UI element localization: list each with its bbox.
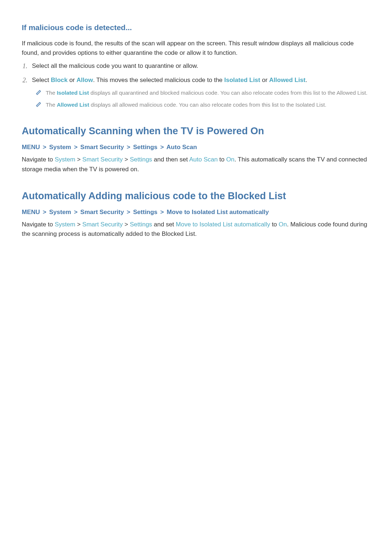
value-term: On: [226, 156, 234, 163]
setting-term: Move to Isolated List automatically: [176, 221, 270, 228]
text-fragment: or: [68, 77, 77, 83]
section3-paragraph: Navigate to System > Smart Security > Se…: [22, 220, 370, 239]
allow-term: Allow: [77, 77, 93, 83]
step-number: 1.: [23, 61, 28, 71]
text-fragment: and then set: [152, 156, 189, 163]
breadcrumb-separator: >: [74, 144, 78, 151]
breadcrumb-separator: >: [43, 209, 46, 216]
step-1: 1. Select all the malicious code you wan…: [32, 61, 370, 71]
breadcrumb-item: Smart Security: [80, 144, 124, 151]
menu-path-term: System: [55, 221, 75, 228]
step-text: Select all the malicious code you want t…: [32, 62, 198, 69]
note-item: The Isolated List displays all quarantin…: [46, 89, 370, 97]
text-fragment: to: [218, 156, 226, 163]
value-term: On: [279, 221, 287, 228]
text-fragment: or: [260, 77, 269, 83]
breadcrumb-item: System: [49, 209, 71, 216]
allowed-list-term: Allowed List: [57, 102, 89, 108]
text-fragment: Navigate to: [22, 156, 55, 163]
notes-list: The Isolated List displays all quarantin…: [32, 89, 370, 109]
note-text: The Isolated List displays all quarantin…: [46, 90, 367, 96]
block-term: Block: [51, 77, 68, 83]
breadcrumb-item: Smart Security: [80, 209, 124, 216]
breadcrumb-item: Settings: [133, 209, 158, 216]
section1-intro: If malicious code is found, the results …: [22, 39, 370, 58]
setting-term: Auto Scan: [189, 156, 217, 163]
text-fragment: >: [75, 221, 82, 228]
text-fragment: and set: [152, 221, 176, 228]
menu-path-term: Settings: [130, 221, 152, 228]
step-2: 2. Select Block or Allow. This moves the…: [32, 75, 370, 109]
text-fragment: Select: [32, 77, 51, 83]
step-text: Select Block or Allow. This moves the se…: [32, 77, 307, 83]
breadcrumb-separator: >: [127, 209, 130, 216]
breadcrumb-item: System: [49, 144, 71, 151]
breadcrumb-item: MENU: [22, 209, 40, 216]
text-fragment: displays all quarantined and blocked mal…: [89, 90, 367, 96]
text-fragment: >: [123, 221, 130, 228]
isolated-list-term: Isolated List: [57, 90, 89, 96]
text-fragment: The: [46, 90, 57, 96]
note-icon: [36, 101, 41, 107]
text-fragment: displays all allowed malicious code. You…: [89, 102, 326, 108]
breadcrumb-item: Move to Isolated List automatically: [167, 209, 269, 216]
menu-path-term: Smart Security: [82, 221, 123, 228]
note-icon: [36, 89, 41, 95]
section2-heading: Automatically Scanning when the TV is Po…: [22, 124, 370, 139]
note-item: The Allowed List displays all allowed ma…: [46, 100, 370, 109]
breadcrumb-item: MENU: [22, 144, 40, 151]
allowed-list-term: Allowed List: [269, 77, 306, 83]
breadcrumb-separator: >: [127, 144, 130, 151]
text-fragment: . This moves the selected malicious code…: [93, 77, 224, 83]
menu-path-term: System: [55, 156, 75, 163]
steps-list: 1. Select all the malicious code you wan…: [22, 61, 370, 109]
note-text: The Allowed List displays all allowed ma…: [46, 102, 326, 108]
section2-paragraph: Navigate to System > Smart Security > Se…: [22, 155, 370, 174]
breadcrumb-separator: >: [74, 209, 78, 216]
breadcrumb: MENU > System > Smart Security > Setting…: [22, 143, 370, 152]
breadcrumb-separator: >: [160, 209, 164, 216]
breadcrumb-item: Auto Scan: [167, 144, 197, 151]
text-fragment: >: [75, 156, 82, 163]
isolated-list-term: Isolated List: [224, 77, 260, 83]
text-fragment: to: [270, 221, 279, 228]
text-fragment: The: [46, 102, 57, 108]
text-fragment: .: [306, 77, 307, 83]
section1-heading: If malicious code is detected...: [22, 22, 370, 34]
text-fragment: >: [123, 156, 130, 163]
breadcrumb-separator: >: [43, 144, 46, 151]
breadcrumb-separator: >: [160, 144, 164, 151]
step-number: 2.: [23, 75, 28, 86]
breadcrumb-item: Settings: [133, 144, 158, 151]
menu-path-term: Smart Security: [82, 156, 123, 163]
section3-heading: Automatically Adding malicious code to t…: [22, 189, 370, 204]
menu-path-term: Settings: [130, 156, 152, 163]
breadcrumb: MENU > System > Smart Security > Setting…: [22, 208, 370, 217]
text-fragment: Navigate to: [22, 221, 55, 228]
